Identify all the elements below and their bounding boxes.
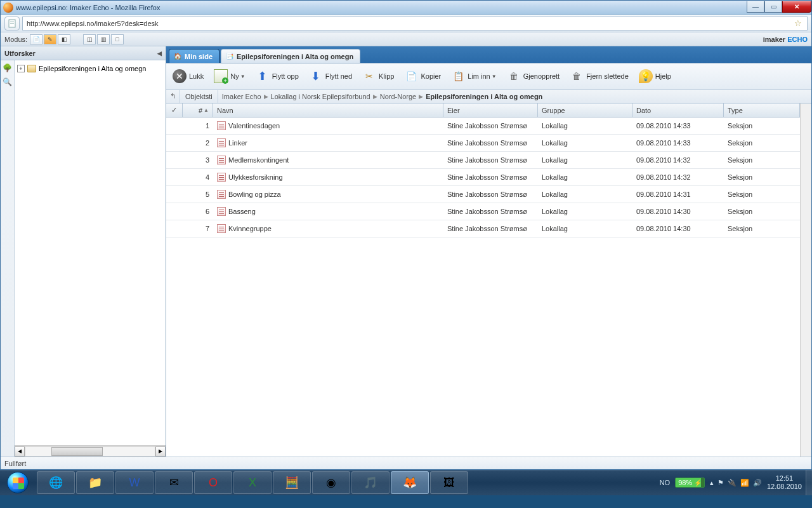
cell-type: Seksjon xyxy=(724,208,800,215)
table-row[interactable]: 1ValentinesdagenStine Jakobsson StrømsøL… xyxy=(166,117,800,135)
url-input[interactable]: http://www.epilepsi.no/imaker5?desk=desk… xyxy=(22,17,808,30)
address-bar: http://www.epilepsi.no/imaker5?desk=desk… xyxy=(1,15,811,32)
bc-item[interactable]: Imaker Echo xyxy=(222,93,261,100)
col-eier[interactable]: Eier xyxy=(443,104,538,117)
mode-btn-3[interactable]: ◧ xyxy=(58,34,70,44)
mode-btn-2[interactable]: ✎ xyxy=(44,34,56,44)
volume-icon[interactable]: 🔊 xyxy=(753,479,762,487)
col-navn[interactable]: Navn xyxy=(213,104,443,117)
scroll-right-icon[interactable]: ▶ xyxy=(155,446,166,457)
expand-icon[interactable]: + xyxy=(17,65,25,72)
task-app2[interactable]: 🖼 xyxy=(430,471,468,494)
kopier-button[interactable]: 📄Kopier xyxy=(402,65,443,88)
gjenopprett-button[interactable]: 🗑Gjenopprett xyxy=(504,65,562,88)
cell-navn: Bowling og pizza xyxy=(213,190,443,199)
flytt-ned-button[interactable]: ⬇Flytt ned xyxy=(306,65,355,88)
col-gruppe[interactable]: Gruppe xyxy=(538,104,632,117)
cell-number: 7 xyxy=(183,225,213,232)
table-row[interactable]: 7KvinnegruppeStine Jakobsson StrømsøLoka… xyxy=(166,220,800,237)
bookmark-star-icon[interactable]: ☆ xyxy=(793,18,803,28)
power-icon[interactable]: 🔌 xyxy=(728,479,737,487)
tree-view[interactable]: + Epilepsiforeningen i Alta og omegn xyxy=(15,60,166,445)
ny-button[interactable]: Ny▼ xyxy=(211,65,247,88)
close-button[interactable]: ✕ xyxy=(782,1,811,13)
task-explorer[interactable]: 📁 xyxy=(76,471,114,494)
lim-inn-button[interactable]: 📋Lim inn▼ xyxy=(449,65,499,88)
section-icon xyxy=(217,121,226,130)
cell-eier: Stine Jakobsson Strømsø xyxy=(443,208,538,215)
minimize-button[interactable]: — xyxy=(747,1,764,13)
task-firefox[interactable]: 🦊 xyxy=(391,471,429,494)
col-type[interactable]: Type xyxy=(724,104,800,117)
titlebar[interactable]: www.epilepsi.no: Imaker Echo - Mozilla F… xyxy=(1,1,811,15)
bc-up-button[interactable]: ↰ xyxy=(166,90,180,103)
firefox-icon xyxy=(3,3,13,13)
cell-number: 6 xyxy=(183,208,213,215)
bc-item[interactable]: Nord-Norge xyxy=(380,93,416,100)
tray-icons[interactable]: ▴⚑🔌📶🔊 xyxy=(710,479,762,487)
cell-navn: Basseng xyxy=(213,207,443,216)
battery-indicator[interactable]: 98% ⚡ xyxy=(675,478,705,488)
col-number[interactable]: #▲ xyxy=(183,104,213,117)
klipp-button[interactable]: ✂Klipp xyxy=(360,65,396,88)
task-app1[interactable]: ◉ xyxy=(312,471,350,494)
mode-bar: Modus: 📄 ✎ ◧ ◫ ▥ □ imaker ECHO xyxy=(1,32,811,46)
lukk-button[interactable]: ✕Lukk xyxy=(170,65,206,88)
hjelp-button[interactable]: 💡Hjelp xyxy=(636,65,674,88)
collapse-icon[interactable]: ◀ xyxy=(157,50,162,57)
chevron-right-icon: ▶ xyxy=(419,93,423,100)
cell-number: 5 xyxy=(183,190,213,198)
view-btn-1[interactable]: ◫ xyxy=(83,34,96,44)
cell-eier: Stine Jakobsson Strømsø xyxy=(443,122,538,130)
cell-eier: Stine Jakobsson Strømsø xyxy=(443,139,538,147)
start-button[interactable] xyxy=(0,470,36,495)
table-row[interactable]: 5Bowling og pizzaStine Jakobsson Strømsø… xyxy=(166,186,800,203)
task-outlook[interactable]: ✉ xyxy=(155,471,193,494)
sidebar-header[interactable]: Utforsker ◀ xyxy=(1,46,166,60)
scroll-thumb[interactable] xyxy=(51,447,103,456)
task-word[interactable]: W xyxy=(115,471,154,494)
network-icon[interactable]: 📶 xyxy=(740,479,749,487)
view-btn-2[interactable]: ▥ xyxy=(97,34,110,44)
table-body[interactable]: 1ValentinesdagenStine Jakobsson StrømsøL… xyxy=(166,117,800,457)
bc-item[interactable]: Lokallag i Norsk Epilepsiforbund xyxy=(271,93,370,100)
tab-min-side[interactable]: 🏠 Min side xyxy=(169,49,219,63)
table-row[interactable]: 6BassengStine Jakobsson StrømsøLokallag0… xyxy=(166,203,800,220)
task-calc[interactable]: 🧮 xyxy=(273,471,311,494)
task-excel[interactable]: X xyxy=(233,471,272,494)
chevron-up-icon[interactable]: ▴ xyxy=(710,479,714,487)
tab-content[interactable]: 📑 Epilepsiforeningen i Alta og omegn xyxy=(221,49,360,63)
table-row[interactable]: 3MedlemskontingentStine Jakobsson Strøms… xyxy=(166,152,800,169)
view-btn-3[interactable]: □ xyxy=(111,34,124,44)
language-indicator[interactable]: NO xyxy=(660,479,671,486)
search-icon[interactable]: 🔍 xyxy=(3,77,13,87)
table-row[interactable]: 2LinkerStine Jakobsson StrømsøLokallag09… xyxy=(166,135,800,152)
cell-navn: Linker xyxy=(213,138,443,147)
mode-btn-1[interactable]: 📄 xyxy=(30,34,43,44)
breadcrumb-bar: ↰ Objektsti Imaker Echo▶ Lokallag i Nors… xyxy=(166,90,811,104)
fjern-slettede-button[interactable]: 🗑Fjern slettede xyxy=(567,65,631,88)
vertical-scrollbar[interactable] xyxy=(800,104,811,457)
back-button[interactable] xyxy=(4,17,20,30)
cell-eier: Stine Jakobsson Strømsø xyxy=(443,190,538,198)
task-itunes[interactable]: 🎵 xyxy=(351,471,390,494)
task-ie[interactable]: 🌐 xyxy=(37,471,75,494)
col-dato[interactable]: Dato xyxy=(632,104,724,117)
sidebar-tools: 🌳 🔍 xyxy=(1,60,15,457)
task-opera[interactable]: O xyxy=(194,471,232,494)
tree-root-item[interactable]: + Epilepsiforeningen i Alta og omegn xyxy=(17,63,163,74)
col-check[interactable]: ✓ xyxy=(166,104,183,117)
scroll-left-icon[interactable]: ◀ xyxy=(15,446,25,457)
cell-dato: 09.08.2010 14:30 xyxy=(632,208,724,215)
sidebar-scrollbar[interactable]: ◀ ▶ xyxy=(15,445,166,457)
table-row[interactable]: 4UlykkesforsikningStine Jakobsson Strøms… xyxy=(166,169,800,186)
cell-dato: 09.08.2010 14:33 xyxy=(632,139,724,147)
flytt-opp-button[interactable]: ⬆Flytt opp xyxy=(253,65,301,88)
clock[interactable]: 12:5112.08.2010 xyxy=(767,474,802,491)
cell-dato: 09.08.2010 14:32 xyxy=(632,156,724,164)
flag-icon[interactable]: ⚑ xyxy=(717,479,724,487)
tree-icon[interactable]: 🌳 xyxy=(3,63,13,73)
show-desktop-button[interactable] xyxy=(806,470,812,495)
maximize-button[interactable]: ▭ xyxy=(764,1,782,13)
cell-number: 4 xyxy=(183,173,213,181)
